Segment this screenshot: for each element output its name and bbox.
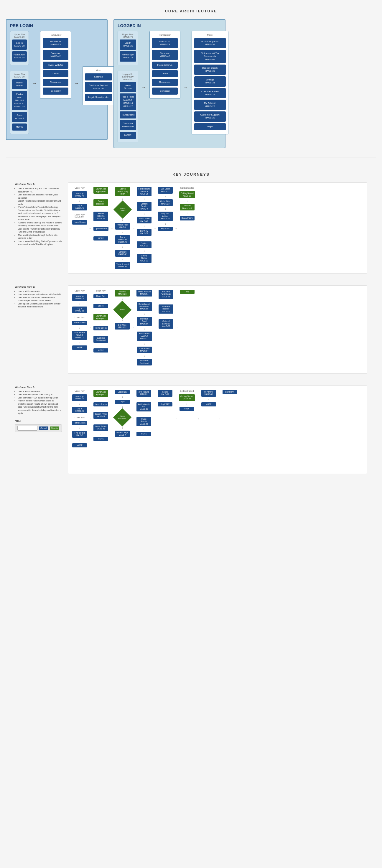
wf1-launch: Launch AppApp Opens	[93, 187, 108, 194]
wf1-note-1: User is new to the app and does not have…	[18, 187, 62, 193]
wf2-col5: IndividualFund DetailsMAUS-56 ↓ Historic…	[159, 290, 173, 329]
transactions-loggedin[interactable]: Transactions	[120, 112, 136, 119]
wf2-find-fund: Find a FundMAUS-9MAUS-11	[72, 331, 87, 340]
wf1-more: MORE	[93, 237, 108, 241]
key-journeys-title: KEY JOURNEYS	[15, 172, 367, 177]
wf2-arrow1: →	[89, 326, 92, 329]
resources-ham-prelogin[interactable]: Resources	[43, 79, 68, 86]
wf2-buy-more: Buy MoreMAUS-32	[115, 323, 130, 330]
frax-label: FRAX	[15, 420, 62, 423]
compare-ham-loggedin[interactable]: CompareMAUS-42	[152, 50, 178, 60]
login-btn-loggedin[interactable]: Log InMAUS-28	[120, 39, 136, 50]
legal-more-loggedin[interactable]: Legal	[194, 123, 226, 130]
wireframe-3-section: Wireframe Flow 3: User is a FT sharehold…	[15, 385, 367, 474]
investwithus-ham-loggedin[interactable]: Invest With Us	[152, 62, 178, 69]
resources-ham-loggedin[interactable]: Resources	[152, 79, 178, 86]
hamburger-btn-prelogin[interactable]: HamburgerMAUS-74	[12, 51, 27, 62]
wf2-touchid: TouchIDMAUS-28	[115, 290, 130, 297]
upper-nav-group-loggedin: Upper NavMAUS-79 Log InMAUS-28 Hamburger…	[118, 31, 138, 65]
more-loggedin[interactable]: MORE	[120, 132, 136, 139]
wf1-getting-started-green: Getting StartedMAUS-31	[179, 191, 195, 198]
statements-more[interactable]: Statements & TaxDocumentsMAUS-62	[194, 50, 226, 63]
wf3-home2: Home Screen	[93, 402, 108, 406]
wf2-launch: Launch AppApp opens	[93, 314, 108, 321]
wf3-more: MORE	[72, 443, 87, 447]
wf1-login: Log InMAUS-28	[72, 204, 87, 211]
wireframe-2-section: Wireframe Flow 2: User is a FT sharehold…	[15, 285, 367, 374]
wf3-product-page: Product PageMAUS-4	[115, 431, 130, 437]
more-prelogin[interactable]: MORE	[12, 124, 27, 130]
wf1-note-2: User launches app, searches "biotech", a…	[18, 193, 62, 199]
more-menu-prelogin: More Settings Customer SupportMAUS-20 Le…	[82, 66, 115, 105]
wireframe-2-diagram: Upper Nav HamburgerMAUS-74 ↓ Log InMAUS-…	[68, 285, 367, 374]
home-screen-prelogin[interactable]: Home Screen	[12, 79, 27, 90]
wf2-home: Home Screen	[72, 321, 87, 325]
wf3-find-fund: Find a FundMAUS-9	[72, 431, 87, 438]
open-account-prelogin[interactable]: Open Account	[12, 112, 27, 122]
find-fund-prelogin[interactable]: Find a FundMAUS-9MAUS-11MASU-25	[12, 91, 27, 110]
more-menu-title-prelogin: More	[85, 69, 112, 72]
wf1-getting-started: GettingStartedMAUS-31	[137, 254, 152, 263]
customer-support-more[interactable]: Customer SupportMAUS-20	[194, 112, 226, 122]
wf2-col2: Login Nav Upper Nav ↓ Log In ↓ Launch Ap…	[93, 290, 108, 353]
wf1-open-account: Open Account	[93, 227, 108, 231]
settings-more-prelogin[interactable]: Settings	[85, 73, 112, 81]
wf3-search: Search FRAXMAUS-11	[93, 412, 108, 419]
wf1-add-watch2: Add to WatchMAUS-23	[158, 199, 173, 206]
wf2-more: MORE	[72, 345, 87, 349]
wf3-flow: Upper Nav HamburgerMAUS-74 ↓ Log InMAUS-…	[71, 389, 364, 449]
deposit-check-more[interactable]: Deposit CheckMAUS-32	[194, 65, 226, 75]
wf3-arrow6: →	[197, 417, 199, 420]
wireframe-2-notes: Wireframe Flow 2: User is a FT sharehold…	[15, 285, 62, 309]
frax-input[interactable]	[18, 426, 37, 431]
wf3-title: Wireframe Flow 3:	[15, 385, 62, 389]
wf2-arrow3: →	[132, 326, 135, 329]
learn-ham-loggedin[interactable]: Learn	[152, 70, 178, 77]
frax-cancel-btn[interactable]: Cancel	[39, 427, 49, 430]
wf2-diamond-text: Pass?	[116, 309, 129, 311]
wf2-title: Wireframe Flow 2:	[15, 285, 62, 289]
wf1-title: Wireframe Flow 1:	[15, 182, 62, 186]
hamburger-menu-prelogin: Hamburger Watch ListMAUS-23 CompareMAUS-…	[40, 31, 71, 99]
wf3-col5: Log InMAUS-28 ↓ Buy FRAX	[158, 390, 172, 406]
customersupport-more-prelogin[interactable]: Customer SupportMAUS-20	[85, 82, 112, 92]
watchlist-ham-loggedin[interactable]: Watch ListMAUS-23	[152, 38, 178, 48]
legal-more-prelogin[interactable]: Legal, Security, etc.	[85, 94, 112, 101]
find-fund-loggedin[interactable]: Find a FundMAUS-9MAUS-11MASU-25	[120, 93, 136, 110]
core-arch-section: CORE ARCHITECTURE PRE-LOGIN Upper NavMAU…	[6, 9, 376, 148]
wf3-arrow1: →	[89, 417, 92, 420]
wf1-note-3: Search results should present both conte…	[18, 199, 62, 206]
lower-nav-group-prelogin: Lower NavMAUS-80 Home Screen Find a Fund…	[10, 71, 29, 134]
wf1-buy-thru: Buy ThruAdvisorMAUS-29	[158, 212, 173, 221]
frax-search-bar[interactable]: Cancel Search	[15, 425, 62, 432]
prelogin-label: PRE-LOGIN	[10, 23, 103, 28]
settings-more-loggedin[interactable]: SettingsMAUS-21	[194, 76, 226, 87]
frax-search-btn[interactable]: Search	[50, 427, 59, 430]
wf1-note-6: User selects Franklin Biotechnology Disc…	[18, 227, 62, 234]
wf3-note-3: User searches FRAX but does not tap Ente…	[18, 396, 62, 400]
wf3-invest-btn: Invest ButtonMAUS-46	[93, 425, 108, 431]
wireframe-1-notes: Wireframe Flow 1: User is new to the app…	[15, 182, 62, 246]
wf1-trade: Trade & InvestMAUS-46	[115, 262, 130, 269]
compare-ham-prelogin[interactable]: CompareMAUS-42	[43, 50, 68, 60]
prelogin-content-row: Upper NavMAUS-79 Log InMAUS-28 Hamburger…	[10, 31, 103, 136]
wf1-note-7: After scrolling/swiping through the fund…	[18, 234, 62, 240]
company-ham-loggedin[interactable]: Company	[152, 88, 178, 95]
my-advisor-more[interactable]: My AdvisorMAUS-29	[194, 100, 226, 110]
upper-nav-header-prelogin: Upper NavMAUS-79	[12, 33, 27, 38]
watchlist-ham-prelogin[interactable]: Watch ListMAUS-23	[43, 38, 68, 48]
customer-dashboard-loggedin[interactable]: CustomerDashboard	[120, 120, 136, 130]
learn-ham-prelogin[interactable]: Learn	[43, 70, 68, 77]
investwithus-ham-prelogin[interactable]: Invest With Us	[43, 62, 68, 69]
loggedin-arrow-1: →	[140, 85, 148, 90]
wf1-buy-direct: Buy DirectMAUS-32	[158, 187, 173, 194]
customer-profile-more[interactable]: Customer ProfileMAUS-22	[194, 88, 226, 98]
wf2-note-1: User is a FT shareholder	[18, 290, 62, 293]
home-screen-loggedin[interactable]: Home Screen	[120, 82, 136, 92]
loggedin-more-col: More Account OptionsMAUS-59 Statements &…	[192, 31, 228, 134]
company-ham-prelogin[interactable]: Company	[43, 88, 68, 95]
account-options-more[interactable]: Account OptionsMAUS-59	[194, 38, 226, 48]
hamburger-btn-loggedin[interactable]: HamburgerMAUS-74	[120, 51, 136, 62]
wf3-getting-started: Getting StartedMAUS-31	[179, 394, 195, 401]
login-btn-prelogin[interactable]: Log InMAUS-28	[12, 39, 27, 50]
